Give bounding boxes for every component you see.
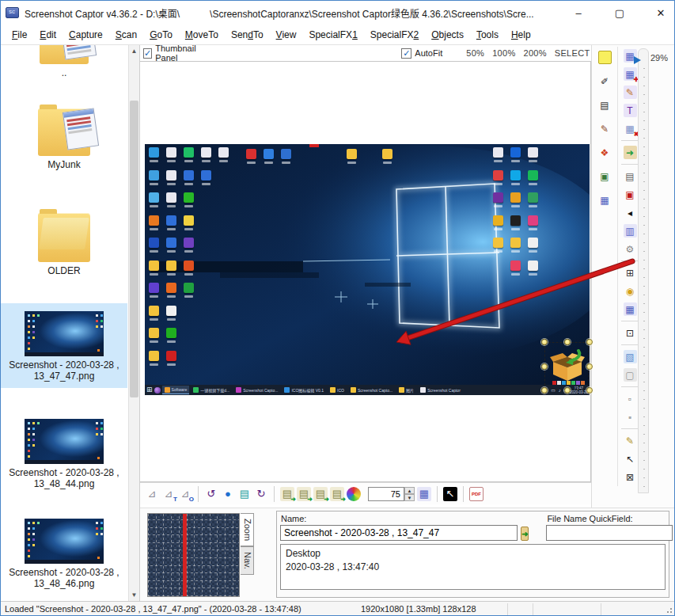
tab-zoom[interactable]: Zoom: [241, 513, 254, 546]
clipboard-image-4-icon[interactable]: ▤➜: [330, 487, 344, 501]
resize-grip[interactable]: [665, 606, 673, 614]
selection-handle[interactable]: [564, 339, 571, 345]
deselect-icon[interactable]: ⊠: [624, 470, 637, 484]
taskbar-item[interactable]: 一键视频下载d...: [191, 386, 232, 394]
black-cursor-icon[interactable]: ↖: [443, 487, 457, 501]
menu-capture[interactable]: Capture: [63, 27, 109, 43]
rotate-left-icon[interactable]: ↺: [204, 487, 218, 501]
lines-doc-icon[interactable]: ▤: [237, 487, 252, 501]
sidebar-item-screenshot-2[interactable]: Screenshot - 2020-03-28 ,13_48_44.png: [1, 411, 127, 496]
selection-handle[interactable]: [541, 363, 548, 370]
thumbnail-panel-checkbox[interactable]: ✓ Thumbnail Panel: [143, 44, 197, 63]
pdf-icon[interactable]: PDF: [469, 487, 483, 501]
spinner-up-icon[interactable]: ▲: [404, 487, 415, 494]
menu-moveto[interactable]: MoveTo: [179, 27, 225, 43]
scroll-up-icon[interactable]: ▲: [129, 45, 139, 57]
delete-image-icon[interactable]: ▦✖: [624, 122, 637, 135]
selection-handle[interactable]: [564, 387, 571, 394]
selection-handle[interactable]: [541, 339, 548, 345]
settings-gears-icon[interactable]: ⚙: [624, 242, 637, 256]
scan-icon[interactable]: ⊿: [145, 487, 159, 501]
resize-globe-icon[interactable]: ●: [221, 487, 235, 501]
taskbar-item[interactable]: Software: [162, 386, 190, 394]
selection-handle[interactable]: [586, 339, 593, 345]
sidebar-item-screenshot-1[interactable]: Screenshot - 2020-03-28 ,13_47_47.png: [1, 303, 127, 388]
add-text-icon[interactable]: T: [624, 104, 637, 117]
zoom-slider-marker[interactable]: [634, 56, 641, 64]
autofit-checkbox[interactable]: ✓ AutoFit: [401, 48, 442, 59]
screenshot-image[interactable]: ⊞Software一键视频下载d...Screenshot Capto...IC…: [145, 144, 590, 395]
notes-panel-icon[interactable]: ▤: [598, 98, 612, 112]
shapes-icon[interactable]: ❖: [598, 146, 612, 159]
menu-sendto[interactable]: SendTo: [225, 27, 270, 43]
selected-object[interactable]: [544, 342, 589, 390]
clipboard-image-2-icon[interactable]: ▤➜: [297, 487, 311, 501]
start-button-icon[interactable]: ⊞: [146, 386, 153, 394]
spinner-input[interactable]: [368, 487, 404, 501]
notes-textarea[interactable]: Desktop 2020-03-28 , 13:47:40: [280, 544, 666, 590]
scan-text-icon[interactable]: ⊿T: [161, 487, 176, 501]
sidebar-item-up[interactable]: ..: [1, 45, 127, 78]
menu-scan[interactable]: Scan: [109, 27, 143, 43]
taskbar-item[interactable]: Screenshot Captor: [418, 386, 463, 394]
clipboard-image-3-icon[interactable]: ▤➜: [313, 487, 328, 501]
sidebar-scrollbar[interactable]: ▲ ▼: [128, 45, 139, 601]
sidebar-item-screenshot-3[interactable]: Screenshot - 2020-03-28 ,13_48_46.png: [1, 511, 127, 595]
shadow-square-icon[interactable]: ▪: [624, 410, 637, 424]
scroll-down-icon[interactable]: ▼: [129, 589, 139, 601]
name-input[interactable]: [280, 525, 518, 541]
menu-edit[interactable]: Edit: [33, 27, 63, 43]
sidebar-item-myjunk[interactable]: MyJunk: [1, 108, 127, 170]
menu-specialfx2[interactable]: SpecialFX2: [364, 27, 425, 43]
select-all-icon[interactable]: ⊞: [624, 266, 637, 279]
minimize-button[interactable]: –: [570, 5, 587, 21]
clipboard-image-1-icon[interactable]: ▤➜: [280, 487, 294, 501]
sidebar-item-older[interactable]: OLDER: [1, 213, 127, 276]
save-as-icon[interactable]: ▦✚: [624, 67, 637, 81]
tab-nav[interactable]: Nav.: [241, 546, 254, 575]
taskbar-item[interactable]: ICO: [328, 386, 347, 394]
toolbox-icon[interactable]: ▣: [624, 188, 637, 201]
zoom-button-200pct[interactable]: 200%: [523, 48, 546, 58]
selection-handle[interactable]: [586, 387, 593, 394]
captures-bar-icon[interactable]: ▥: [624, 224, 637, 238]
menu-view[interactable]: View: [270, 27, 303, 43]
zoom-minimap[interactable]: [147, 513, 240, 597]
maximize-button[interactable]: ▢: [611, 5, 628, 21]
print-icon[interactable]: ▤: [624, 169, 637, 183]
copy-name-icon[interactable]: ➜: [521, 527, 529, 541]
menu-goto[interactable]: GoTo: [143, 27, 179, 43]
taskbar-item[interactable]: 图片: [396, 386, 416, 394]
zoom-button-100pct[interactable]: 100%: [492, 48, 515, 58]
cursor-tool-icon[interactable]: ↖: [624, 452, 637, 466]
image-ruler-icon[interactable]: ▦: [598, 193, 612, 207]
quickfield-input[interactable]: [546, 525, 673, 541]
menu-file[interactable]: File: [6, 27, 33, 43]
menu-help[interactable]: Help: [505, 27, 537, 43]
brush-icon[interactable]: ✎: [598, 122, 612, 135]
copy-image-icon[interactable]: ▣: [598, 169, 612, 183]
effects-pen-icon[interactable]: ✎: [624, 434, 637, 447]
gradient-button-icon[interactable]: ▧: [624, 350, 637, 363]
toolbox-dropdown-icon[interactable]: ◂: [624, 206, 637, 219]
spinner-down-icon[interactable]: ▼: [404, 494, 415, 501]
close-button[interactable]: ✕: [652, 5, 669, 21]
empty-selection-icon[interactable]: ▫: [624, 392, 637, 405]
crop-icon[interactable]: ⊡: [624, 326, 637, 340]
insert-object-icon[interactable]: ◉: [624, 284, 637, 298]
edit-image-icon[interactable]: ✎: [624, 86, 637, 99]
taskbar-item[interactable]: ICO图标编辑 V0.1: [282, 386, 326, 394]
scrollbar-thumb[interactable]: [130, 101, 138, 397]
blank-button-icon[interactable]: ▢: [624, 368, 637, 382]
cortana-icon[interactable]: [154, 387, 161, 394]
image-frame-icon[interactable]: ▦: [624, 302, 637, 316]
pen-arrow-icon[interactable]: ✐: [598, 74, 612, 88]
zoom-button-50pct[interactable]: 50%: [466, 48, 484, 58]
menu-tools[interactable]: Tools: [470, 27, 505, 43]
export-clipboard-icon[interactable]: ➜: [624, 146, 637, 159]
zoom-slider[interactable]: [638, 48, 649, 493]
scan-ocr-icon[interactable]: ⊿O: [178, 487, 192, 501]
menu-specialfx1[interactable]: SpecialFX1: [302, 27, 363, 43]
selection-handle[interactable]: [586, 363, 593, 370]
menu-objects[interactable]: Objects: [425, 27, 470, 43]
